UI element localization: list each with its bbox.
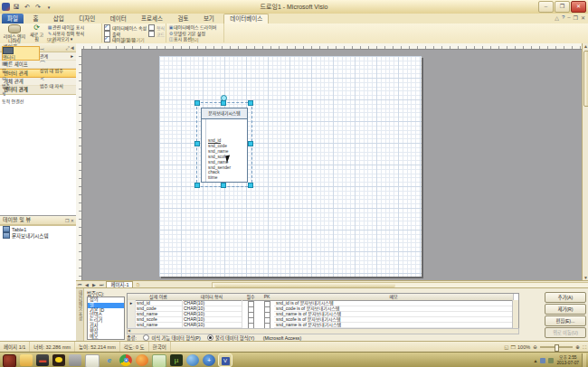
tray-volume-icon[interactable] (548, 358, 554, 363)
system-tray: ▲ 오후 2:55 2013-07-07 (534, 353, 587, 367)
ribbon-group-manage: ▣데이터베이스 드라이버 ⚙모델링 기본 설정 ◫표시 옵션 관리 (166, 24, 224, 42)
tab-data[interactable]: 데이터 (105, 14, 132, 24)
edit-button[interactable]: 편집(E)... (545, 315, 586, 326)
checkbox-database-properties[interactable]: 데이터베이스 속성 (104, 24, 147, 30)
qat-dropdown-icon[interactable]: ▾ (44, 3, 53, 12)
selection-handle[interactable] (221, 100, 226, 106)
view-icon: ▤ (2, 61, 13, 67)
internet-explorer-icon[interactable]: e (103, 354, 116, 366)
restore-button[interactable]: ❐ (555, 1, 570, 13)
checkbox-code[interactable]: 코드 (148, 31, 165, 36)
cell-notes[interactable]: snd_name is of 문자보내기시스템 (274, 322, 514, 328)
entity-attribute: ttime (208, 175, 231, 181)
selection-handle[interactable] (194, 183, 200, 188)
tab-design[interactable]: 디자인 (73, 14, 100, 24)
entity-attribute: snd_name (208, 149, 231, 155)
taskbar-clock[interactable]: 오후 2:55 2013-07-07 (556, 355, 579, 365)
shape-list: 엔터티 ⤙ 관계 ▤ 뷰 ⌒ 상위 대 범주 ⊖ 범주 ≺ 범주 대 자식 (0, 95, 76, 221)
table-item-table1[interactable]: Table1 (0, 226, 76, 232)
database-properties-panel: 데이터베이스 속성 범주(C): 정의 열 기본 ID 인덱스 트리거 검사 확… (76, 287, 588, 342)
entity-body: snd_id snd_code snd_name snd_scofe snd_n… (202, 119, 247, 182)
doc-close-icon[interactable]: ✕ (581, 14, 585, 21)
network-globe-icon[interactable] (186, 354, 199, 366)
explorer-icon[interactable] (20, 354, 33, 366)
visio-taskbar-icon[interactable]: V (219, 354, 232, 366)
modeling-preferences-button[interactable]: ⚙모델링 기본 설정 (168, 31, 205, 36)
undo-icon[interactable]: ↶ (23, 3, 32, 12)
sticky-notes-icon[interactable] (85, 354, 100, 367)
ribbon-group-showhide: 데이터베이스 속성 출력 테이블 및 뷰 형식 코드 표시/숨기기 (101, 24, 166, 42)
hidden-icons-icon[interactable]: ▲ (534, 358, 538, 363)
title-bar: 🖫 ↶ ↷ ▾ 드로잉1 - Microsoft Visio – ❐ ✕ (0, 0, 588, 14)
portable-type-radio[interactable] (143, 334, 149, 341)
doc-restore-icon[interactable]: ❐ (574, 14, 578, 21)
tray-network-icon[interactable] (540, 358, 545, 363)
help-icon[interactable]: ? (562, 14, 564, 21)
categories-list: 정의 열 기본 ID 인덱스 트리거 검사 확장 메모 (87, 296, 125, 340)
panel-maximize-icon[interactable]: ❐ (65, 218, 69, 223)
zoom-slider-thumb[interactable] (555, 344, 559, 352)
redo-icon[interactable]: ↷ (33, 3, 43, 12)
tab-review[interactable]: 검토 (172, 14, 194, 24)
entity-shape[interactable]: 문자보내기시스템 snd_id snd_code snd_name snd_sc… (201, 108, 248, 183)
scrollbar-thumb[interactable] (583, 51, 588, 107)
shape-parent-to-category[interactable]: ⌒ 상위 대 범주 (40, 61, 76, 73)
close-button[interactable]: ✕ (571, 1, 586, 13)
selection-handle[interactable] (194, 100, 200, 106)
ribbon-right-icons: △ ? – ❐ ✕ (555, 14, 585, 21)
utorrent-icon[interactable]: µ (170, 354, 183, 366)
firefox-icon[interactable] (136, 354, 148, 366)
save-icon[interactable]: 🖫 (12, 3, 21, 12)
shape-category[interactable]: ⊖ 범주 (2, 76, 38, 89)
shape-dynamic-connector[interactable]: ↯ 동적 연결선 (2, 91, 38, 104)
zoom-slider[interactable] (540, 346, 573, 348)
media-player-icon[interactable]: + (203, 354, 215, 366)
canvas-vertical-scrollbar[interactable]: ▲▼ (582, 43, 588, 280)
selection-handle[interactable] (248, 141, 253, 146)
windows-taskbar: ▬ e µ + V ▲ 오후 2:55 2013-07-07 (0, 352, 588, 367)
table-item-sms-system[interactable]: 문자보내기시스템 (0, 232, 76, 239)
notepad-icon[interactable] (152, 354, 166, 367)
quick-access-toolbar: 🖫 ↶ ↷ ▾ (2, 2, 53, 12)
show-desktop-button[interactable] (582, 353, 586, 367)
tab-insert[interactable]: 삽입 (48, 14, 70, 24)
image-editor-icon[interactable]: ▬ (36, 354, 49, 366)
tab-home[interactable]: 홈 (27, 14, 43, 24)
kakaotalk-icon[interactable] (52, 354, 65, 366)
cell-type[interactable]: CHAR(10) (182, 322, 242, 328)
user-defined-format-button[interactable]: ✎사용자 정의 형식 (47, 31, 84, 36)
shape-category-to-child[interactable]: ≺ 범주 대 자식 (40, 76, 76, 89)
show-related-tables-button[interactable]: ▦관련 테이블 표시 (47, 24, 84, 30)
panel-close-icon[interactable]: ✕ (71, 218, 74, 223)
grid-vertical-scrollbar[interactable] (512, 300, 518, 328)
grid-horizontal-scrollbar[interactable]: ◀ (127, 328, 519, 334)
start-button[interactable] (3, 354, 16, 367)
database-drivers-button[interactable]: ▣데이터베이스 드라이버 (168, 24, 216, 30)
minimize-button[interactable]: – (538, 1, 554, 13)
parent-to-category-icon: ⌒ (40, 61, 51, 67)
tab-process[interactable]: 프로세스 (136, 14, 168, 24)
move-up-button[interactable]: 위로 이동(U) (545, 327, 586, 338)
remove-button[interactable]: 제거(R) (545, 304, 586, 315)
selection-handle[interactable] (221, 183, 226, 188)
tab-file[interactable]: 파일 (2, 14, 24, 24)
chrome-icon[interactable] (119, 354, 132, 366)
cell-name[interactable]: snd_name (135, 322, 183, 328)
shape-entity[interactable]: 엔터티 (2, 46, 40, 61)
selection-handle[interactable] (248, 183, 253, 188)
selection-handle[interactable] (194, 141, 200, 146)
category-notes[interactable]: 메모 (88, 334, 124, 340)
vertical-ruler (76, 49, 82, 280)
collapse-ribbon-icon[interactable]: △ (555, 14, 559, 21)
physical-type-radio[interactable] (207, 334, 213, 341)
selection-handle[interactable] (248, 100, 253, 106)
doc-minimize-icon[interactable]: – (567, 14, 570, 21)
horizontal-ruler (76, 43, 582, 50)
shape-relationship[interactable]: ⤙ 관계 (40, 46, 76, 59)
checkbox-format[interactable]: 형식 (148, 24, 165, 30)
add-button[interactable]: 추가(A) (545, 292, 586, 303)
shape-view[interactable]: ▤ 뷰 (2, 61, 38, 73)
entity-title: 문자보내기시스템 (202, 108, 247, 119)
tab-view[interactable]: 보기 (198, 14, 220, 24)
app-gray-icon[interactable] (69, 354, 81, 366)
